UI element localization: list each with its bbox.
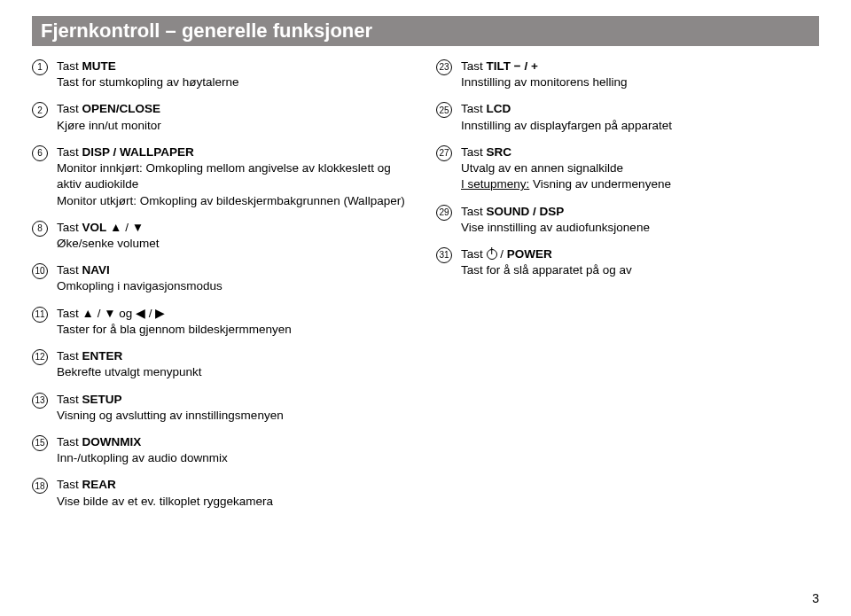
item-title: Tast DISP / WALLPAPER [57, 144, 415, 160]
item-body: Tast ENTERBekrefte utvalgt menypunkt [57, 348, 415, 380]
item-body: Tast ▲ / ▼ og ◀ / ▶Taster for å bla gjen… [57, 306, 415, 338]
list-item: 23Tast TILT − / +Innstilling av monitore… [436, 58, 819, 90]
item-description: Omkopling i navigasjonsmodus [57, 278, 415, 294]
item-body: Tast LCDInnstilling av displayfargen på … [461, 101, 819, 133]
item-title: Tast SETUP [57, 392, 415, 408]
item-description: Inn-/utkopling av audio downmix [57, 450, 415, 466]
list-item: 12Tast ENTERBekrefte utvalgt menypunkt [32, 348, 415, 380]
item-body: Tast NAVIOmkopling i navigasjonsmodus [57, 262, 415, 294]
item-description: Vise bilde av et ev. tilkoplet ryggekame… [57, 494, 415, 510]
list-item: 29Tast SOUND / DSPVise innstilling av au… [436, 204, 819, 236]
item-description: Øke/senke volumet [57, 236, 415, 252]
item-title: Tast SRC [461, 144, 819, 160]
item-number: 10 [32, 263, 48, 279]
item-title: Tast / POWER [461, 246, 819, 262]
item-number: 29 [436, 205, 452, 221]
item-body: Tast SRCUtvalg av en annen signalkildeI … [461, 144, 819, 193]
list-item: 8Tast VOL ▲ / ▼Øke/senke volumet [32, 220, 415, 252]
item-number: 27 [436, 145, 452, 161]
item-number: 12 [32, 349, 48, 365]
item-body: Tast SOUND / DSPVise innstilling av audi… [461, 204, 819, 236]
item-body: Tast OPEN/CLOSEKjøre inn/ut monitor [57, 101, 415, 133]
page-number: 3 [812, 591, 819, 605]
item-body: Tast DISP / WALLPAPERMonitor innkjørt: O… [57, 144, 415, 209]
item-title: Tast NAVI [57, 262, 415, 278]
item-description: Innstilling av monitorens helling [461, 74, 819, 90]
item-title: Tast TILT − / + [461, 58, 819, 74]
item-number: 25 [436, 102, 452, 118]
item-body: Tast MUTETast for stumkopling av høytale… [57, 58, 415, 90]
item-body: Tast TILT − / +Innstilling av monitorens… [461, 58, 819, 90]
list-item: 31Tast / POWERTast for å slå apparatet p… [436, 246, 819, 278]
item-description: Innstilling av displayfargen på apparate… [461, 118, 819, 134]
item-title: Tast DOWNMIX [57, 434, 415, 450]
item-title: Tast ENTER [57, 348, 415, 364]
list-item: 2Tast OPEN/CLOSEKjøre inn/ut monitor [32, 101, 415, 133]
item-description: Utvalg av en annen signalkildeI setupmen… [461, 160, 819, 192]
column-left: 1Tast MUTETast for stumkopling av høytal… [32, 58, 415, 520]
item-description: Tast for stumkopling av høytalerne [57, 74, 415, 90]
item-body: Tast VOL ▲ / ▼Øke/senke volumet [57, 220, 415, 252]
item-number: 23 [436, 59, 452, 75]
column-right: 23Tast TILT − / +Innstilling av monitore… [436, 58, 819, 520]
list-item: 6Tast DISP / WALLPAPERMonitor innkjørt: … [32, 144, 415, 209]
list-item: 13Tast SETUPVisning og avslutting av inn… [32, 392, 415, 424]
content-columns: 1Tast MUTETast for stumkopling av høytal… [32, 58, 819, 520]
item-body: Tast REARVise bilde av et ev. tilkoplet … [57, 477, 415, 509]
list-item: 27Tast SRCUtvalg av en annen signalkilde… [436, 144, 819, 193]
item-number: 1 [32, 59, 48, 75]
item-description: Tast for å slå apparatet på og av [461, 262, 819, 278]
item-number: 13 [32, 393, 48, 409]
item-number: 6 [32, 145, 48, 161]
list-item: 18Tast REARVise bilde av et ev. tilkople… [32, 477, 415, 509]
item-title: Tast SOUND / DSP [461, 204, 819, 220]
list-item: 10Tast NAVIOmkopling i navigasjonsmodus [32, 262, 415, 294]
item-number: 8 [32, 221, 48, 237]
page-title: Fjernkontroll – generelle funksjoner [32, 16, 819, 46]
item-description: Visning og avslutting av innstillingsmen… [57, 408, 415, 424]
item-number: 18 [32, 478, 48, 494]
item-title: Tast LCD [461, 101, 819, 117]
list-item: 1Tast MUTETast for stumkopling av høytal… [32, 58, 415, 90]
item-title: Tast ▲ / ▼ og ◀ / ▶ [57, 306, 415, 322]
item-number: 11 [32, 307, 48, 323]
item-title: Tast MUTE [57, 58, 415, 74]
item-description: Monitor innkjørt: Omkopling mellom angiv… [57, 160, 415, 209]
item-title: Tast VOL ▲ / ▼ [57, 220, 415, 236]
item-description: Vise innstilling av audiofunksjonene [461, 220, 819, 236]
item-description: Kjøre inn/ut monitor [57, 118, 415, 134]
item-number: 15 [32, 435, 48, 451]
list-item: 25Tast LCDInnstilling av displayfargen p… [436, 101, 819, 133]
list-item: 15Tast DOWNMIXInn-/utkopling av audio do… [32, 434, 415, 466]
item-body: Tast SETUPVisning og avslutting av innst… [57, 392, 415, 424]
item-description: Taster for å bla gjennom bildeskjermmeny… [57, 322, 415, 338]
list-item: 11Tast ▲ / ▼ og ◀ / ▶Taster for å bla gj… [32, 306, 415, 338]
item-body: Tast / POWERTast for å slå apparatet på … [461, 246, 819, 278]
item-body: Tast DOWNMIXInn-/utkopling av audio down… [57, 434, 415, 466]
item-number: 31 [436, 247, 452, 263]
item-number: 2 [32, 102, 48, 118]
item-title: Tast OPEN/CLOSE [57, 101, 415, 117]
power-icon [487, 249, 497, 260]
item-description: Bekrefte utvalgt menypunkt [57, 364, 415, 380]
item-title: Tast REAR [57, 477, 415, 493]
